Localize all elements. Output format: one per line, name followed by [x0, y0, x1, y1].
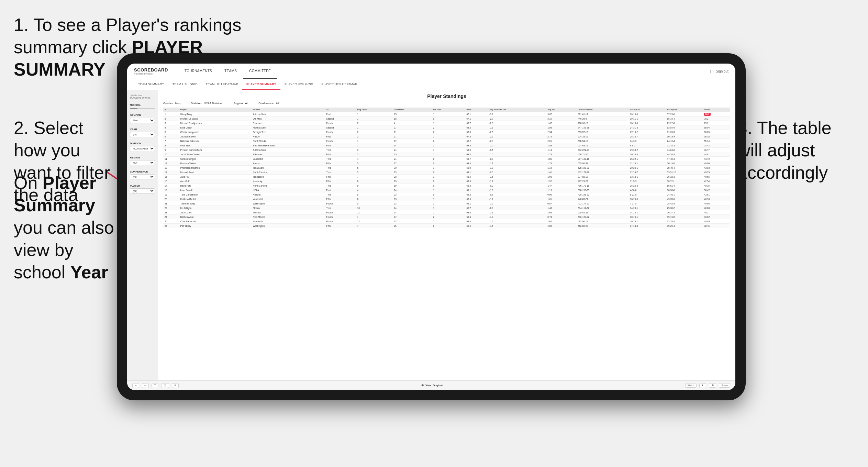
- no-rds-slider[interactable]: [130, 108, 155, 109]
- col-yr: Yr: [325, 108, 356, 112]
- col-no-rds: No. Rds.: [432, 108, 465, 112]
- table-row: 24Bastien AmatNew MexicoFourth127269.4-1…: [163, 215, 730, 219]
- table-row: 4Luke ClatonFlorida StateSecond127268.2-…: [163, 125, 730, 130]
- sub-nav-player-summary[interactable]: PLAYER SUMMARY: [242, 79, 280, 90]
- tablet-screen: SCOREBOARD Powered by dippi TOURNAMENTS …: [127, 64, 735, 390]
- table-row: 17David FordNorth CarolinaThird919069.2-…: [163, 184, 730, 188]
- col-wins: Wins: [465, 108, 488, 112]
- sub-nav-team-summary[interactable]: TEAM SUMMARY: [134, 79, 168, 90]
- main-table-area: Player Standings Gender: Men Division: N…: [158, 90, 735, 380]
- sidebar-year: Year (All): [130, 128, 155, 137]
- settings-button[interactable]: ⚙: [172, 383, 179, 388]
- share-button[interactable]: Share: [719, 383, 730, 388]
- paste-button[interactable]: 📋: [161, 383, 169, 388]
- table-row: 22Ian GilliganFloridaThird1024168.7-0.81…: [163, 206, 730, 210]
- table-row: 3Michael ThorbjornsenStanfordFourth24168…: [163, 121, 730, 125]
- sign-out-link[interactable]: Sign out: [716, 69, 728, 73]
- sub-nav-player-h2h-grid[interactable]: PLAYER H2H GRID: [280, 79, 317, 90]
- conference-select[interactable]: (All): [130, 174, 155, 179]
- col-avg-sg: Avg SG: [546, 108, 576, 112]
- view-label: 👁 View: Original: [421, 384, 443, 387]
- tablet: SCOREBOARD Powered by dippi TOURNAMENTS …: [117, 53, 746, 400]
- col-adj: Adj. Score to Par: [488, 108, 546, 112]
- sidebar: Update time: 27/03/2024 16:56:26 No Rds.…: [127, 90, 158, 380]
- sidebar-conference: Conference (All): [130, 170, 155, 179]
- sub-nav-team-h2h-heatmap[interactable]: TEAM H2H HEATMAP: [202, 79, 242, 90]
- nav-committee[interactable]: COMMITTEE: [243, 64, 277, 79]
- sidebar-gender: Gender Men: [130, 114, 155, 123]
- table-row: 23Jack LundinMissouriFourth1124168.6-2.3…: [163, 210, 730, 215]
- table-row: 6Jackson KoivunAuburnFirst227167.3-2.22.…: [163, 134, 730, 139]
- copy-button[interactable]: ❐: [152, 383, 158, 388]
- table-row: 15Jake HallTennesseeFifth728168.6-1.51.6…: [163, 175, 730, 179]
- region-select[interactable]: N/A: [130, 160, 155, 165]
- filters-row: Gender: Men Division: NCAA Division I Re…: [163, 102, 730, 105]
- sub-nav: TEAM SUMMARY TEAM H2H GRID TEAM H2H HEAT…: [127, 79, 735, 90]
- watch-button[interactable]: Watch: [685, 383, 697, 388]
- nav-teams[interactable]: TEAMS: [218, 64, 243, 79]
- app-header: SCOREBOARD Powered by dippi TOURNAMENTS …: [127, 64, 735, 79]
- sidebar-player: Player (All): [130, 184, 155, 193]
- table-row: 21Taehoon SongWashingtonFourth523169.1-1…: [163, 201, 730, 206]
- filter-conference: Conference: All: [258, 102, 279, 105]
- scoreboard-logo: SCOREBOARD Powered by dippi: [134, 67, 168, 75]
- col-points: Points: [703, 108, 730, 112]
- col-conf-rank: Conf Rank: [393, 108, 432, 112]
- table-row: 14Maxwell FordNorth CarolinaThird323069.…: [163, 170, 730, 175]
- col-player: Player: [179, 108, 252, 112]
- player-select[interactable]: (All): [130, 188, 155, 193]
- bottom-toolbar: ↩ ↪ ❐ 📋 ⚙ 👁 View: Original Watch ⬇ 🖶 Sha…: [127, 380, 735, 390]
- table-row: 20Matthew RiedelVanderbiltFifth863168.5-…: [163, 197, 730, 201]
- nav-tournaments[interactable]: TOURNAMENTS: [178, 64, 218, 79]
- table-row: 13Phichaksn MaichonTexas A&MThird630169.…: [163, 166, 730, 170]
- nav-right: | Sign out: [710, 69, 728, 73]
- col-vs50: Vs Top 50: [666, 108, 703, 112]
- print-button[interactable]: 🖶: [709, 383, 716, 388]
- table-title: Player Standings: [163, 93, 730, 99]
- instruction-bottom: On Player Summary you can also view by s…: [0, 165, 131, 290]
- table-row: 25Cole SherwoodVanderbiltFourth1223169.3…: [163, 219, 730, 224]
- content-area: Update time: 27/03/2024 16:56:26 No Rds.…: [127, 90, 735, 380]
- sub-nav-team-h2h-grid[interactable]: TEAM H2H GRID: [168, 79, 202, 90]
- sidebar-division: Division NCAA Division I: [130, 142, 155, 151]
- year-select[interactable]: (All): [130, 132, 155, 137]
- table-row: 12Brendan ValdesAuburnFifth537068.4-1.11…: [163, 161, 730, 166]
- update-time: Update time: 27/03/2024 16:56:26: [130, 94, 155, 100]
- download-button[interactable]: ⬇: [699, 383, 706, 388]
- table-row: 1Wenyi DingArizona StateFirst115167.1-3.…: [163, 112, 730, 116]
- table-row: 18Luke PowellUCLAFirst424169.1-1.81.1350…: [163, 188, 730, 192]
- tablet-body: SCOREBOARD Powered by dippi TOURNAMENTS …: [117, 53, 746, 400]
- filter-division: Division: NCAA Division I: [191, 102, 223, 105]
- gender-select[interactable]: Men: [130, 118, 155, 123]
- table-row: 26Petr HrubyWashingtonFifth725068.6-1.61…: [163, 224, 730, 228]
- table-row: 19Tiger ChristensenArizonaThird523069.2-…: [163, 192, 730, 197]
- table-header-row: # Player School Yr Reg Rank Conf Rank No…: [163, 108, 730, 112]
- col-vs25: Vs Top 25: [629, 108, 666, 112]
- filter-gender: Gender: Men: [163, 102, 180, 105]
- redo-button[interactable]: ↪: [142, 383, 149, 388]
- undo-button[interactable]: ↩: [132, 383, 139, 388]
- table-row: 11Gordon SargentVanderbiltThird421068.7-…: [163, 157, 730, 161]
- division-select[interactable]: NCAA Division I: [130, 146, 155, 151]
- main-nav: TOURNAMENTS TEAMS COMMITTEE: [178, 64, 710, 79]
- col-rank: #: [163, 108, 179, 112]
- table-row: 9Preston SummerhaysArizona StateThird324…: [163, 148, 730, 152]
- player-standings-table: # Player School Yr Reg Rank Conf Rank No…: [163, 108, 730, 228]
- col-reg-rank: Reg Rank: [356, 108, 393, 112]
- table-row: 5Christo LamprechtGeorgia TechFourth2212…: [163, 130, 730, 134]
- table-row: 16Alex GoffKentuckyFifth819068.3-1.71.92…: [163, 179, 730, 184]
- table-row: 7Nicholas GabrelcikNorth FloridaFourth12…: [163, 139, 730, 143]
- table-row: 8Mats EgeEast Tennessee StateFifth124268…: [163, 143, 730, 148]
- sidebar-no-rds: No Rds.: [130, 103, 155, 109]
- col-school: School: [252, 108, 325, 112]
- sub-nav-player-h2h-heatmap[interactable]: PLAYER H2H HEATMAP: [317, 79, 361, 90]
- table-row: 10Jacob Skov OlesenArkansasFifth325168.4…: [163, 152, 730, 157]
- table-row: 2Michael Le SassoOle MissSecond118067.1-…: [163, 116, 730, 121]
- filter-region: Region: All: [233, 102, 248, 105]
- sidebar-region: Region N/A: [130, 156, 155, 165]
- col-record: Overall Record: [577, 108, 629, 112]
